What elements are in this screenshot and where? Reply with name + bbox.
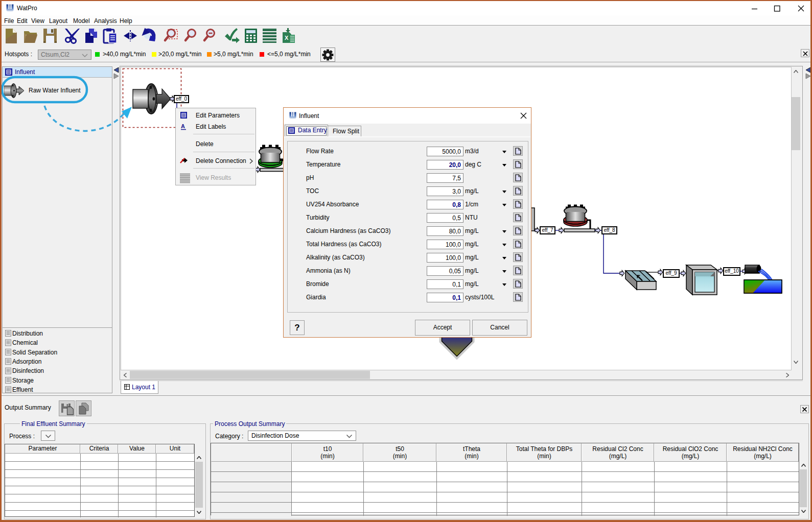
svg-text:A: A: [181, 123, 185, 129]
svg-text:X: X: [285, 35, 289, 41]
